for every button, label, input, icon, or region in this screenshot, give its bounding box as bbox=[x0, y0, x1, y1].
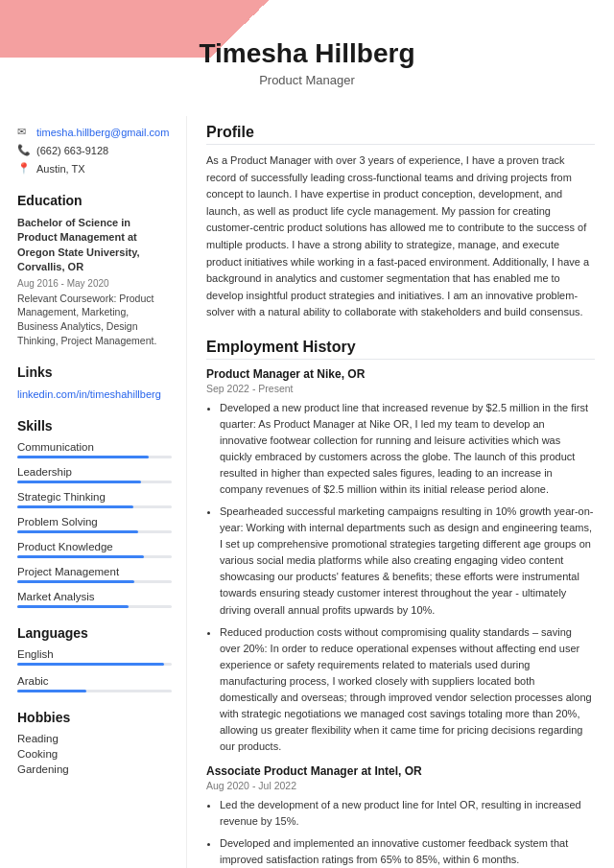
language-item: English bbox=[17, 648, 172, 666]
profile-section: Profile As a Product Manager with over 3… bbox=[206, 124, 595, 321]
job-entry: Associate Product Manager at Intel, OR A… bbox=[206, 764, 595, 868]
job-bullets: Developed a new product line that increa… bbox=[206, 400, 595, 755]
job-title: Associate Product Manager at Intel, OR bbox=[206, 764, 595, 778]
education-courses: Relevant Coursework: Product Management,… bbox=[17, 292, 172, 348]
skill-item: Project Management bbox=[17, 566, 172, 583]
skills-section: Skills Communication Leadership Strategi… bbox=[17, 418, 172, 608]
linkedin-link[interactable]: linkedin.com/in/timeshahillberg bbox=[17, 388, 161, 400]
skill-bar-fill bbox=[17, 580, 134, 583]
links-section: Links linkedin.com/in/timeshahillberg bbox=[17, 364, 172, 401]
skill-label: Project Management bbox=[17, 566, 172, 577]
skill-bar-bg bbox=[17, 505, 172, 508]
skill-bar-bg bbox=[17, 580, 172, 583]
location-text: Austin, TX bbox=[36, 163, 85, 175]
hobbies-section: Hobbies ReadingCookingGardening bbox=[17, 710, 172, 775]
skill-label: Communication bbox=[17, 441, 172, 453]
skill-bar-bg bbox=[17, 605, 172, 608]
skill-item: Product Knowledge bbox=[17, 541, 172, 558]
skills-title: Skills bbox=[17, 418, 172, 434]
hobbies-list: ReadingCookingGardening bbox=[17, 733, 172, 775]
languages-list: English Arabic bbox=[17, 648, 172, 692]
employment-section: Employment History Product Manager at Ni… bbox=[206, 339, 595, 868]
language-bar-bg bbox=[17, 690, 172, 692]
hobbies-title: Hobbies bbox=[17, 710, 172, 725]
email-link[interactable]: timesha.hillberg@gmail.com bbox=[36, 127, 169, 138]
phone-icon: 📞 bbox=[17, 144, 31, 157]
phone-text: (662) 663-9128 bbox=[36, 145, 108, 156]
main-layout: ✉ timesha.hillberg@gmail.com 📞 (662) 663… bbox=[0, 106, 614, 868]
skill-bar-bg bbox=[17, 481, 172, 483]
skill-label: Strategic Thinking bbox=[17, 491, 172, 503]
skill-bar-fill bbox=[17, 605, 129, 608]
skill-item: Problem Solving bbox=[17, 516, 172, 533]
language-label: Arabic bbox=[17, 675, 172, 687]
skill-bar-bg bbox=[17, 555, 172, 558]
contact-section: ✉ timesha.hillberg@gmail.com 📞 (662) 663… bbox=[17, 126, 172, 176]
skill-label: Product Knowledge bbox=[17, 541, 172, 552]
skill-label: Leadership bbox=[17, 466, 172, 478]
hobby-item: Cooking bbox=[17, 748, 172, 760]
languages-section: Languages English Arabic bbox=[17, 625, 172, 692]
language-bar-bg bbox=[17, 663, 172, 666]
skill-bar-fill bbox=[17, 481, 141, 483]
job-date: Sep 2022 - Present bbox=[206, 383, 595, 394]
skill-label: Market Analysis bbox=[17, 591, 172, 602]
job-bullets: Led the development of a new product lin… bbox=[206, 797, 595, 868]
courses-label: Relevant Coursework: bbox=[17, 293, 116, 304]
skill-bar-fill bbox=[17, 456, 149, 458]
sidebar: ✉ timesha.hillberg@gmail.com 📞 (662) 663… bbox=[0, 116, 187, 868]
job-title: Product Manager at Nike, OR bbox=[206, 367, 595, 381]
email-item: ✉ timesha.hillberg@gmail.com bbox=[17, 126, 172, 139]
hobby-item: Reading bbox=[17, 733, 172, 744]
skill-item: Strategic Thinking bbox=[17, 491, 172, 508]
skill-bar-fill bbox=[17, 505, 133, 508]
job-bullet: Reduced production costs without comprom… bbox=[220, 624, 595, 755]
languages-title: Languages bbox=[17, 625, 172, 641]
language-bar-fill bbox=[17, 690, 86, 692]
education-dates: Aug 2016 - May 2020 bbox=[17, 278, 172, 289]
profile-text: As a Product Manager with over 3 years o… bbox=[206, 152, 595, 321]
phone-item: 📞 (662) 663-9128 bbox=[17, 144, 172, 157]
skill-bar-bg bbox=[17, 530, 172, 533]
language-bar-fill bbox=[17, 663, 164, 666]
job-bullet: Developed a new product line that increa… bbox=[220, 400, 595, 498]
candidate-name: Timesha Hillberg bbox=[19, 38, 595, 69]
skill-bar-fill bbox=[17, 530, 138, 533]
education-title: Education bbox=[17, 193, 172, 208]
job-bullet: Led the development of a new product lin… bbox=[220, 797, 595, 830]
skill-item: Leadership bbox=[17, 466, 172, 483]
job-entry: Product Manager at Nike, OR Sep 2022 - P… bbox=[206, 367, 595, 755]
main-content: Profile As a Product Manager with over 3… bbox=[187, 116, 614, 868]
skill-item: Communication bbox=[17, 441, 172, 458]
job-bullet: Developed and implemented an innovative … bbox=[220, 835, 595, 868]
email-icon: ✉ bbox=[17, 126, 31, 139]
location-item: 📍 Austin, TX bbox=[17, 162, 172, 176]
job-date: Aug 2020 - Jul 2022 bbox=[206, 780, 595, 791]
language-item: Arabic bbox=[17, 675, 172, 692]
skill-item: Market Analysis bbox=[17, 591, 172, 608]
education-degree: Bachelor of Science in Product Managemen… bbox=[17, 216, 172, 275]
candidate-title: Product Manager bbox=[19, 73, 595, 87]
language-label: English bbox=[17, 648, 172, 660]
education-section: Education Bachelor of Science in Product… bbox=[17, 193, 172, 347]
resume-header: Timesha Hillberg Product Manager bbox=[0, 0, 614, 106]
jobs-list: Product Manager at Nike, OR Sep 2022 - P… bbox=[206, 367, 595, 868]
employment-section-title: Employment History bbox=[206, 339, 595, 360]
skill-bar-bg bbox=[17, 456, 172, 458]
skill-bar-fill bbox=[17, 555, 144, 558]
hobby-item: Gardening bbox=[17, 763, 172, 775]
skill-label: Problem Solving bbox=[17, 516, 172, 528]
location-icon: 📍 bbox=[17, 162, 31, 176]
skills-list: Communication Leadership Strategic Think… bbox=[17, 441, 172, 608]
links-title: Links bbox=[17, 364, 172, 380]
job-bullet: Spearheaded successful marketing campaig… bbox=[220, 504, 595, 618]
profile-section-title: Profile bbox=[206, 124, 595, 145]
